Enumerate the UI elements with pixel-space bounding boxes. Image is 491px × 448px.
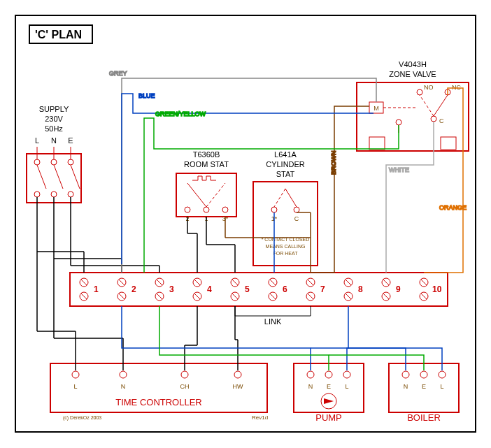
svg-line-82 <box>346 294 351 299</box>
svg-text:C: C <box>294 215 299 222</box>
svg-text:FOR HEAT: FOR HEAT <box>273 251 299 256</box>
svg-line-78 <box>308 294 313 299</box>
svg-rect-49 <box>441 137 456 150</box>
cylstat-name2: STAT <box>276 170 295 178</box>
svg-line-8 <box>54 165 63 189</box>
supply-hz: 50Hz <box>45 124 63 133</box>
svg-text:V4043H: V4043H <box>399 60 427 68</box>
svg-text:GREEN/YELLOW: GREEN/YELLOW <box>155 110 206 117</box>
svg-text:ZONE VALVE: ZONE VALVE <box>389 70 436 78</box>
svg-text:L: L <box>345 383 348 390</box>
svg-line-17 <box>187 183 206 207</box>
cylinder-stat-block: L641A CYLINDER STAT 1* C * CONTACT CLOSE… <box>253 150 318 266</box>
svg-text:TIME CONTROLLER: TIME CONTROLLER <box>115 397 202 407</box>
svg-point-4 <box>34 192 40 197</box>
supply-label: SUPPLY <box>39 105 69 113</box>
svg-text:E: E <box>327 383 331 390</box>
svg-point-6 <box>68 192 73 197</box>
svg-text:NO: NO <box>424 84 434 91</box>
wires-orange: ORANGE <box>424 88 467 273</box>
svg-text:9: 9 <box>396 284 401 294</box>
svg-point-15 <box>204 207 209 212</box>
svg-rect-50 <box>70 273 448 306</box>
title-text: 'C' PLAN <box>35 29 82 41</box>
svg-point-123 <box>402 371 409 378</box>
zone-valve-block: V4043H ZONE VALVE M NO NC C <box>357 60 469 151</box>
svg-point-125 <box>439 371 446 378</box>
svg-text:GREY: GREY <box>109 70 127 77</box>
svg-text:PUMP: PUMP <box>315 412 342 423</box>
svg-text:4: 4 <box>207 284 212 294</box>
room-stat-block: T6360B ROOM STAT 2 1 3* <box>176 150 236 222</box>
svg-text:MEANS CALLING: MEANS CALLING <box>266 244 306 249</box>
svg-text:E: E <box>422 383 426 390</box>
svg-text:M: M <box>373 105 379 112</box>
supply-volts: 230V <box>45 115 63 123</box>
svg-text:3: 3 <box>169 284 174 294</box>
cylstat-name: CYLINDER <box>266 160 305 168</box>
svg-text:(c) DerekOz 2003: (c) DerekOz 2003 <box>63 415 101 421</box>
svg-text:CH: CH <box>180 383 190 390</box>
svg-rect-48 <box>369 137 385 150</box>
svg-line-77 <box>308 280 313 285</box>
svg-point-104 <box>120 371 127 378</box>
svg-point-24 <box>294 207 299 212</box>
svg-text:C: C <box>439 117 444 124</box>
svg-line-81 <box>346 280 351 285</box>
svg-text:LINK: LINK <box>264 317 282 326</box>
svg-point-124 <box>420 371 427 378</box>
svg-text:N: N <box>308 383 313 390</box>
supply-L: L <box>35 136 39 145</box>
svg-text:BROWN: BROWN <box>330 151 337 175</box>
svg-line-18 <box>206 183 225 207</box>
svg-line-7 <box>37 165 46 189</box>
svg-text:BLUE: BLUE <box>138 92 155 99</box>
svg-text:L: L <box>440 383 443 390</box>
svg-line-62 <box>157 294 162 299</box>
svg-line-66 <box>194 294 200 299</box>
svg-point-115 <box>307 371 314 378</box>
svg-text:2: 2 <box>131 284 136 294</box>
svg-line-54 <box>81 294 87 299</box>
supply-E: E <box>68 136 73 145</box>
svg-line-69 <box>232 280 238 285</box>
svg-line-44 <box>434 95 448 116</box>
svg-rect-34 <box>357 82 469 151</box>
svg-text:5: 5 <box>245 284 250 294</box>
time-controller-block: L N CH HW TIME CONTROLLER (c) DerekOz 20… <box>50 363 268 421</box>
cylstat-model: L641A <box>274 150 297 159</box>
svg-point-117 <box>343 371 350 378</box>
wires-blue: BLUE <box>122 92 442 370</box>
svg-point-2 <box>51 159 57 165</box>
boiler-block: N E L BOILER <box>389 363 459 423</box>
svg-text:Rev1d: Rev1d <box>252 414 268 421</box>
svg-line-26 <box>285 189 297 207</box>
svg-point-46 <box>396 120 401 125</box>
svg-point-3 <box>68 159 73 165</box>
svg-line-9 <box>71 165 80 189</box>
svg-text:ORANGE: ORANGE <box>439 204 467 211</box>
svg-point-5 <box>51 192 57 197</box>
svg-line-74 <box>270 294 276 299</box>
supply-block: SUPPLY 230V 50Hz L N E <box>27 105 81 203</box>
svg-line-57 <box>119 280 124 285</box>
wires-white: WHITE <box>386 122 434 273</box>
svg-line-86 <box>383 294 389 299</box>
svg-text:7: 7 <box>320 284 325 294</box>
svg-line-43 <box>420 95 434 116</box>
svg-point-105 <box>181 371 188 378</box>
svg-text:1: 1 <box>94 284 99 294</box>
supply-N: N <box>51 136 57 145</box>
svg-text:NC: NC <box>452 84 461 91</box>
svg-text:N: N <box>121 383 126 390</box>
svg-line-90 <box>421 294 427 299</box>
svg-text:BOILER: BOILER <box>407 412 441 423</box>
resistor-icon <box>192 176 216 180</box>
svg-point-37 <box>417 89 422 95</box>
svg-line-73 <box>270 280 276 285</box>
svg-text:N: N <box>404 383 408 390</box>
svg-text:8: 8 <box>358 284 363 294</box>
svg-line-58 <box>119 294 124 299</box>
roomstat-model: T6360B <box>193 150 220 159</box>
svg-text:10: 10 <box>432 284 442 294</box>
